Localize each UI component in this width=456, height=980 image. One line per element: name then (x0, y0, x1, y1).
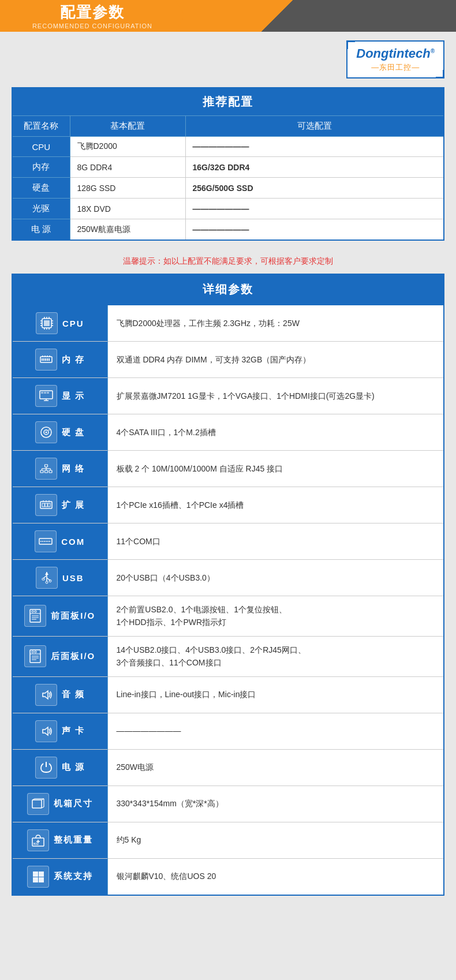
detail-value-audio: Line-in接口，Line-out接口，Mic-in接口 (107, 676, 444, 713)
detail-label-weight: KG 整机重量 (12, 822, 107, 858)
svg-line-59 (43, 575, 47, 578)
rec-row-cpu: CPU 飞腾D2000 ——————— (12, 137, 444, 157)
detail-label-chassis: 机箱尺寸 (12, 786, 107, 822)
svg-rect-89 (39, 871, 44, 877)
detail-label-soundcard: 声 卡 (12, 713, 107, 749)
logo-brand: Dongtintech® (356, 46, 435, 61)
detail-label-network: 网 络 (12, 451, 107, 487)
detail-label-front-io: 前面板I/O (12, 596, 107, 637)
detail-label-hdd: 硬 盘 (12, 414, 107, 451)
detail-value-ram: 双通道 DDR4 内存 DIMM，可支持 32GB（国产内存） (107, 342, 444, 378)
detail-value-usb: 20个USB口（4个USB3.0） (107, 560, 444, 596)
rec-label-ram: 内存 (12, 157, 70, 178)
detail-value-network: 板载 2 个 10M/100M/1000M 自适应 RJ45 接口 (107, 451, 444, 487)
detail-row-front-io: 前面板I/O 2个前置USB2.0、1个电源按钮、1个复位按钮、 1个HDD指示… (12, 596, 444, 637)
svg-rect-91 (39, 877, 44, 882)
detail-value-os: 银河麒麟V10、统信UOS 20 (107, 858, 444, 895)
svg-rect-18 (47, 358, 48, 361)
os-icon (27, 866, 49, 888)
svg-rect-78 (32, 800, 42, 808)
detail-header: 详细参数 (12, 274, 444, 304)
detail-row-os: 系统支持 银河麒麟V10、统信UOS 20 (12, 858, 444, 895)
rec-basic-dvd: 18X DVD (70, 199, 185, 219)
detail-row-usb: USB 20个USB口（4个USB3.0） (12, 560, 444, 596)
os-label-text: 系统支持 (54, 871, 93, 882)
cpu-icon (36, 312, 58, 334)
com-icon (35, 530, 57, 552)
svg-point-54 (46, 541, 47, 542)
recommended-table: 推荐配置 配置名称 基本配置 可选配置 CPU 飞腾D2000 ——————— … (12, 87, 444, 241)
svg-rect-27 (41, 392, 43, 394)
detail-label-power: 电 源 (12, 749, 107, 786)
hdd-icon (35, 421, 57, 443)
logo-reg: ® (431, 48, 435, 54)
rec-row-hdd: 硬盘 128G SSD 256G/500G SSD (12, 178, 444, 199)
rec-basic-psu: 250W航嘉电源 (70, 219, 185, 241)
hdd-label-text: 硬 盘 (62, 427, 85, 438)
cpu-label-text: CPU (62, 319, 84, 328)
svg-rect-46 (48, 503, 50, 507)
rec-label-dvd: 光驱 (12, 199, 70, 219)
detail-label-expansion: 扩 展 (12, 487, 107, 523)
weight-icon: KG (27, 829, 49, 851)
weight-label-text: 整机重量 (54, 835, 93, 846)
detail-value-weight: 约5 Kg (107, 822, 444, 858)
logo-box: Dongtintech® —东田工控— (346, 40, 444, 78)
detail-row-hdd: 硬 盘 4个SATA III口，1个M.2插槽 (12, 414, 444, 451)
chassis-icon (27, 793, 49, 815)
svg-rect-15 (42, 358, 43, 361)
logo-area: Dongtintech® —东田工控— (0, 32, 456, 87)
svg-rect-73 (32, 651, 33, 653)
detail-label-ram: 内 存 (12, 342, 107, 378)
detail-row-display: 显 示 扩展景嘉微JM7201 1G显卡，1个VGA接口、1个HDMI接口(可选… (12, 378, 444, 414)
svg-rect-19 (48, 358, 50, 361)
detail-row-expansion: 扩 展 1个PCIe x16插槽、1个PCIe x4插槽 (12, 487, 444, 523)
rec-basic-hdd: 128G SSD (70, 178, 185, 199)
svg-point-52 (42, 541, 43, 542)
detail-value-hdd: 4个SATA III口，1个M.2插槽 (107, 414, 444, 451)
rec-optional-hdd: 256G/500G SSD (185, 178, 444, 199)
com-label-text: COM (61, 537, 85, 547)
detail-label-rear-io: 后面板I/O (12, 636, 107, 676)
power-icon (35, 757, 57, 779)
svg-point-63 (46, 581, 48, 583)
svg-rect-29 (47, 392, 49, 394)
rec-row-psu: 电 源 250W航嘉电源 ——————— (12, 219, 444, 241)
col-basic-header: 基本配置 (70, 116, 185, 137)
svg-rect-45 (45, 503, 47, 507)
svg-rect-17 (45, 358, 46, 361)
svg-point-62 (49, 580, 51, 582)
usb-label-text: USB (62, 573, 84, 583)
header-title-wrap: 配置参数 RECOMMENDED CONFIGURATION (32, 2, 152, 29)
svg-point-51 (40, 541, 42, 542)
detail-value-display: 扩展景嘉微JM7201 1G显卡，1个VGA接口、1个HDMI接口(可选2G显卡… (107, 378, 444, 414)
header-title-en: RECOMMENDED CONFIGURATION (32, 23, 152, 29)
warning-text: 温馨提示：如以上配置不能满足要求，可根据客户要求定制 (12, 249, 444, 274)
svg-text:KG: KG (33, 842, 39, 846)
detail-row-network: 网 络 板载 2 个 10M/100M/1000M 自适应 RJ45 接口 (12, 451, 444, 487)
header-banner: 配置参数 RECOMMENDED CONFIGURATION (0, 0, 456, 32)
detail-value-rear-io: 14个USB2.0接口、4个USB3.0接口、2个RJ45网口、 3个音频接口、… (107, 636, 444, 676)
detail-value-cpu: 飞腾D2000处理器，工作主频 2.3GHz，功耗：25W (107, 305, 444, 342)
svg-rect-37 (44, 465, 47, 467)
rec-label-cpu: CPU (12, 137, 70, 157)
detail-value-power: 250W电源 (107, 749, 444, 786)
detail-row-com: COM 11个COM口 (12, 523, 444, 560)
soundcard-icon (35, 720, 57, 742)
detail-label-usb: USB (12, 560, 107, 596)
rec-basic-cpu: 飞腾D2000 (70, 137, 185, 157)
rec-optional-dvd: ——————— (185, 199, 444, 219)
svg-rect-66 (32, 611, 33, 612)
svg-rect-1 (44, 320, 50, 326)
detail-label-os: 系统支持 (12, 858, 107, 895)
svg-rect-88 (33, 871, 38, 877)
svg-rect-35 (44, 470, 47, 473)
recommended-title: 推荐配置 (12, 88, 444, 116)
front-io-label-text: 前面板I/O (51, 611, 95, 622)
detail-row-chassis: 机箱尺寸 330*343*154mm（宽*深*高） (12, 786, 444, 822)
detail-label-cpu: CPU (12, 305, 107, 342)
svg-rect-36 (49, 470, 52, 473)
col-optional-header: 可选配置 (185, 116, 444, 137)
ram-label-text: 内 存 (62, 354, 85, 365)
front-io-icon (24, 605, 46, 627)
